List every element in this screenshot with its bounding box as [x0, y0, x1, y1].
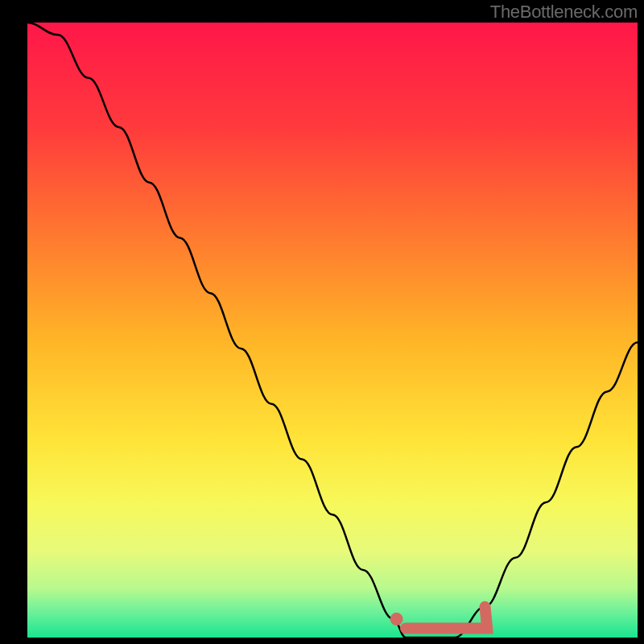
plot-background [27, 23, 638, 638]
bottleneck-chart: TheBottleneck.com [0, 0, 644, 644]
chart-svg [0, 0, 644, 644]
attribution-label: TheBottleneck.com [490, 2, 638, 23]
marker-dot [390, 613, 403, 625]
